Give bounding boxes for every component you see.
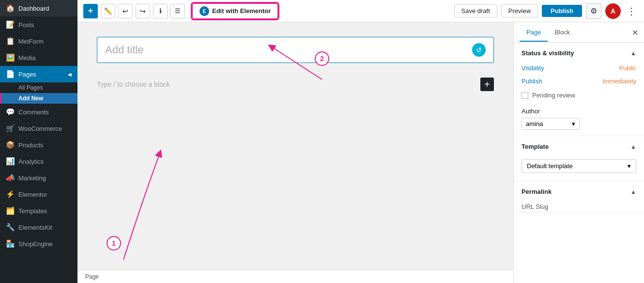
pending-review-row: Pending review [514,88,644,105]
publish-row: Publish Immediately [514,75,644,88]
permalink-section: Permalink ▲ URL Slug [514,181,644,213]
right-panel: Page Block ✕ Status & visibility ▲ Visib… [513,22,644,283]
publish-value[interactable]: Immediately [602,78,636,85]
main-wrapper: + ✏️ ↩ ↪ ℹ ☰ E Edit with Elementor Save … [77,0,644,283]
sidebar-item-templates[interactable]: 🗂️ Templates [0,203,77,219]
sidebar-item-shopengine[interactable]: 🏪 ShopEngine [0,236,77,252]
elementor-icon: ⚡ [6,190,15,199]
publish-button[interactable]: Publish [542,5,582,17]
sidebar-item-posts[interactable]: 📝 Posts [0,16,77,33]
templates-icon: 🗂️ [6,206,15,215]
tab-block[interactable]: Block [548,24,577,42]
marketing-icon: 📣 [6,173,15,182]
dashboard-icon: 🏠 [6,4,15,13]
author-select[interactable]: amina ▾ [521,118,580,130]
sidebar-item-dashboard[interactable]: 🏠 Dashboard [0,0,77,16]
panel-tabs: Page Block ✕ [514,22,644,43]
permalink-chevron-icon: ▲ [630,189,636,195]
regenerate-icon[interactable]: ↺ [472,43,486,57]
author-label: Author [521,108,636,115]
preview-button[interactable]: Preview [501,4,538,17]
sidebar-sub-add-new[interactable]: Add New [0,93,77,104]
add-block-button[interactable]: + [480,78,494,91]
analytics-icon: 📊 [6,157,15,166]
visibility-label: Visibility [521,64,544,72]
template-chevron-icon: ▲ [630,143,636,150]
products-icon: 📦 [6,141,15,149]
publish-label: Publish [521,78,542,85]
settings-button[interactable]: ⚙ [586,3,601,19]
panel-body: Status & visibility ▲ Visibility Public … [514,43,644,283]
edit-pencil-button[interactable]: ✏️ [101,4,115,18]
url-slug-label: URL Slug [514,200,644,212]
list-view-button[interactable]: ☰ [170,4,185,18]
sidebar-sub-all-pages[interactable]: All Pages [0,82,77,93]
comments-icon: 💬 [6,108,15,116]
sidebar-item-pages[interactable]: 📄 Pages ◀ [0,66,77,82]
annotation-1: 1 [107,236,121,251]
title-input-area[interactable]: Add title ↺ [97,37,494,63]
top-right-buttons: Save draft Preview Publish ⚙ A ⋮ [454,3,638,19]
sidebar-item-marketing[interactable]: 📣 Marketing [0,170,77,186]
title-placeholder: Add title [105,44,144,56]
template-section: Template ▲ Default template ▾ [514,136,644,181]
toolbar: + ✏️ ↩ ↪ ℹ ☰ E Edit with Elementor Save … [77,0,644,22]
sidebar-item-elementor[interactable]: ⚡ Elementor [0,186,77,203]
add-block-toolbar-button[interactable]: + [83,4,98,18]
avatar-button[interactable]: A [605,3,621,19]
visibility-value[interactable]: Public [619,64,636,72]
metform-icon: 📋 [6,37,15,46]
sidebar-item-woocommerce[interactable]: 🛒 WooCommerce [0,120,77,137]
template-select-chevron: ▾ [628,162,631,170]
chevron-up-icon: ▲ [630,50,636,57]
sidebar-item-products[interactable]: 📦 Products [0,137,77,153]
pending-review-checkbox[interactable] [521,92,528,99]
editor-inner: Add title ↺ Type / to choose a block + 1 [77,22,513,270]
sidebar-item-elementskit[interactable]: 🔧 ElementsKit [0,219,77,236]
sidebar: 🏠 Dashboard 📝 Posts 📋 MetForm 🖼️ Media 📄… [0,0,77,283]
sidebar-item-metform[interactable]: 📋 MetForm [0,33,77,49]
shopengine-icon: 🏪 [6,239,15,248]
editor: Add title ↺ Type / to choose a block + 1 [77,22,513,283]
sidebar-item-analytics[interactable]: 📊 Analytics [0,153,77,170]
elementor-logo-icon: E [199,6,209,16]
block-placeholder: Type / to choose a block + [97,73,494,96]
panel-close-button[interactable]: ✕ [632,28,638,37]
save-draft-button[interactable]: Save draft [454,4,497,17]
visibility-row: Visibility Public [514,62,644,75]
edit-with-elementor-button[interactable]: E Edit with Elementor [192,3,278,19]
pages-icon: 📄 [6,70,15,79]
more-options-button[interactable]: ⋮ [625,5,638,17]
tab-page[interactable]: Page [520,24,548,42]
editor-footer: Page [77,270,513,283]
content-area: Add title ↺ Type / to choose a block + 1 [77,22,644,283]
author-select-chevron: ▾ [572,120,575,127]
info-button[interactable]: ℹ [153,4,168,18]
annotation-2: 2 [315,51,329,66]
sidebar-item-comments[interactable]: 💬 Comments [0,104,77,120]
woocommerce-icon: 🛒 [6,124,15,133]
elementskit-icon: 🔧 [6,223,15,232]
sidebar-item-media[interactable]: 🖼️ Media [0,49,77,66]
undo-button[interactable]: ↩ [118,4,133,18]
status-visibility-header[interactable]: Status & visibility ▲ [514,43,644,62]
author-row: Author amina ▾ [514,105,644,136]
permalink-header[interactable]: Permalink ▲ [514,181,644,200]
template-header[interactable]: Template ▲ [514,136,644,155]
block-area: Type / to choose a block + [97,73,494,96]
posts-icon: 📝 [6,20,15,29]
redo-button[interactable]: ↪ [136,4,150,18]
media-icon: 🖼️ [6,53,15,62]
pages-arrow-icon: ◀ [68,72,72,77]
template-select[interactable]: Default template ▾ [521,159,636,173]
status-visibility-section: Status & visibility ▲ Visibility Public … [514,43,644,136]
